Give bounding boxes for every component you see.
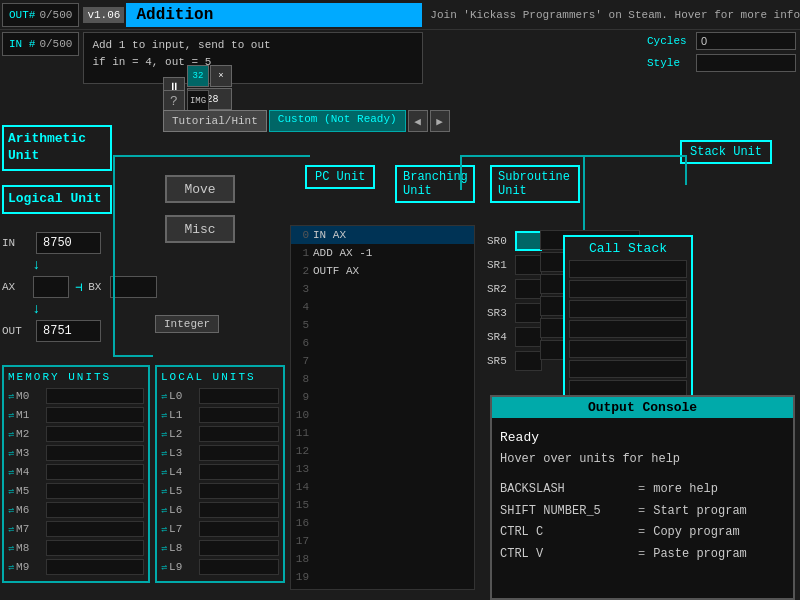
sr-box[interactable] (515, 279, 542, 299)
code-line[interactable]: 19 (291, 568, 474, 586)
sr-item[interactable]: SR4 (487, 326, 542, 348)
mem-arrow: ⇌ (8, 447, 14, 459)
mem-value-box[interactable] (46, 502, 144, 518)
memory-item: ⇌M8 (8, 539, 144, 557)
btn-32[interactable]: 32 (187, 65, 209, 87)
code-line[interactable]: 17 (291, 532, 474, 550)
sr-item[interactable]: SR5 (487, 350, 542, 372)
arrow-right-button[interactable]: ▶ (430, 110, 450, 132)
sr-box[interactable] (515, 303, 542, 323)
line-number: 5 (291, 319, 313, 331)
call-stack-item (569, 340, 687, 358)
tutorial-row: Tutorial/Hint Custom (Not Ready) ◀ ▶ (163, 110, 450, 132)
line-text: OUTF AX (313, 265, 359, 277)
integer-label: Integer (164, 318, 210, 330)
mem-value-box[interactable] (46, 445, 144, 461)
code-line[interactable]: 5 (291, 316, 474, 334)
code-line[interactable]: 13 (291, 460, 474, 478)
move-label: Move (184, 182, 215, 197)
code-line[interactable]: 12 (291, 442, 474, 460)
sr-item[interactable]: SR0 (487, 230, 542, 252)
stack-unit[interactable]: Stack Unit (680, 140, 772, 164)
cycles-input[interactable] (696, 32, 796, 50)
code-line[interactable]: 1ADD AX -1 (291, 244, 474, 262)
code-line[interactable]: 7 (291, 352, 474, 370)
code-line[interactable]: 11 (291, 424, 474, 442)
misc-button[interactable]: Misc (165, 215, 235, 243)
local-value-box[interactable] (199, 502, 279, 518)
branching-unit[interactable]: Branching Unit (395, 165, 475, 203)
local-value-box[interactable] (199, 388, 279, 404)
code-line[interactable]: 15 (291, 496, 474, 514)
sr-item[interactable]: SR3 (487, 302, 542, 324)
down-arrow-out: ↓ (32, 301, 157, 317)
wire-top-h (155, 155, 310, 157)
custom-button[interactable]: Custom (Not Ready) (269, 110, 406, 132)
local-value-box[interactable] (199, 464, 279, 480)
local-arrow: ⇌ (161, 542, 167, 554)
sr-box[interactable] (515, 231, 542, 251)
code-line[interactable]: 3 (291, 280, 474, 298)
local-value-box[interactable] (199, 407, 279, 423)
out-io-label: OUT (2, 325, 32, 337)
mem-value-box[interactable] (46, 540, 144, 556)
local-item: ⇌L0 (161, 387, 279, 405)
mem-value-box[interactable] (46, 483, 144, 499)
memory-item: ⇌M6 (8, 501, 144, 519)
mem-value-box[interactable] (46, 407, 144, 423)
style-input[interactable] (696, 54, 796, 72)
local-value-box[interactable] (199, 483, 279, 499)
memory-item: ⇌M3 (8, 444, 144, 462)
local-value-box[interactable] (199, 445, 279, 461)
sr-item[interactable]: SR1 (487, 254, 542, 276)
in-row: IN 8750 (2, 232, 157, 254)
console-body: Ready Hover over units for help BACKSLAS… (492, 418, 793, 573)
sr-box[interactable] (515, 351, 542, 371)
tutorial-hint-button[interactable]: Tutorial/Hint (163, 110, 267, 132)
help-val: Copy program (653, 522, 739, 544)
image-button[interactable]: IMG (187, 90, 209, 112)
local-value-box[interactable] (199, 521, 279, 537)
code-line[interactable]: 14 (291, 478, 474, 496)
mem-value-box[interactable] (46, 521, 144, 537)
mem-arrow: ⇌ (8, 428, 14, 440)
help-key: SHIFT NUMBER_5 (500, 501, 630, 523)
subroutine-unit[interactable]: Subroutine Unit (490, 165, 580, 203)
mem-value-box[interactable] (46, 464, 144, 480)
mem-value-box[interactable] (46, 388, 144, 404)
mem-label: M7 (16, 523, 46, 535)
memory-item: ⇌M2 (8, 425, 144, 443)
move-button[interactable]: Move (165, 175, 235, 203)
code-line[interactable]: 18 (291, 550, 474, 568)
integer-button[interactable]: Integer (155, 315, 219, 333)
code-editor[interactable]: 0IN AX1ADD AX -12OUTF AX3456789101112131… (290, 225, 475, 590)
local-value-box[interactable] (199, 426, 279, 442)
memory-item: ⇌M7 (8, 520, 144, 538)
code-line[interactable]: 10 (291, 406, 474, 424)
sr-box[interactable] (515, 255, 542, 275)
code-line[interactable]: 2OUTF AX (291, 262, 474, 280)
code-line[interactable]: 4 (291, 298, 474, 316)
mem-value-box[interactable] (46, 559, 144, 575)
local-arrow: ⇌ (161, 409, 167, 421)
help-button[interactable]: ? (163, 90, 185, 112)
code-line[interactable]: 6 (291, 334, 474, 352)
wire-v-left (113, 155, 115, 355)
sr-item[interactable]: SR2 (487, 278, 542, 300)
line-number: 13 (291, 463, 313, 475)
local-value-box[interactable] (199, 559, 279, 575)
local-label: L8 (169, 542, 199, 554)
local-label: L4 (169, 466, 199, 478)
line-number: 1 (291, 247, 313, 259)
local-value-box[interactable] (199, 540, 279, 556)
sr-box[interactable] (515, 327, 542, 347)
mem-value-box[interactable] (46, 426, 144, 442)
arrow-left-button[interactable]: ◀ (408, 110, 428, 132)
code-line[interactable]: 8 (291, 370, 474, 388)
pc-unit[interactable]: PC Unit (305, 165, 375, 189)
help-val: Start program (653, 501, 747, 523)
code-line[interactable]: 0IN AX (291, 226, 474, 244)
code-line[interactable]: 9 (291, 388, 474, 406)
btn-x[interactable]: × (210, 65, 232, 87)
code-line[interactable]: 16 (291, 514, 474, 532)
